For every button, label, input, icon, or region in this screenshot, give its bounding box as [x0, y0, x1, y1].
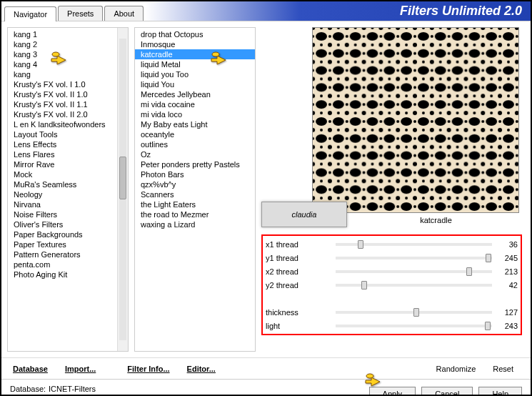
- navigator-item[interactable]: Noise Filters: [8, 209, 128, 219]
- main-area: kang 1kang 2kang 3kang 4kangKrusty's FX …: [1, 21, 531, 357]
- filter-item[interactable]: outlines: [135, 139, 255, 149]
- filter-item[interactable]: mi vida cocaine: [135, 99, 255, 109]
- parameter-block: x1 thread36y1 thread245x2 thread213y2 th…: [261, 234, 522, 335]
- navigator-item[interactable]: Oliver's Filters: [8, 219, 128, 229]
- navigator-item[interactable]: Neology: [8, 189, 128, 199]
- param-label: y1 thread: [266, 254, 330, 262]
- filter-item[interactable]: drop that Octopus: [135, 29, 255, 39]
- footer-buttons: Apply Cancel Help: [369, 387, 522, 397]
- param-slider[interactable]: [336, 243, 492, 246]
- filter-item[interactable]: qzx%vb^y: [135, 179, 255, 189]
- navigator-item[interactable]: Paper Backgrounds: [8, 229, 128, 239]
- tab-about[interactable]: About: [104, 6, 144, 21]
- param-row: x2 thread213: [266, 264, 518, 278]
- param-row: x1 thread36: [266, 237, 518, 251]
- filter-item[interactable]: oceantyle: [135, 129, 255, 139]
- param-value: 36: [498, 240, 518, 249]
- app-title: Filters Unlimited 2.0: [400, 4, 522, 19]
- footer-info: Database:ICNET-Filters Filters:4553: [10, 384, 96, 397]
- navigator-item[interactable]: kang: [8, 69, 128, 79]
- tab-presets[interactable]: Presets: [58, 6, 103, 21]
- param-slider[interactable]: [336, 311, 492, 314]
- param-label: x2 thread: [266, 267, 330, 276]
- navigator-item[interactable]: kang 1: [8, 29, 128, 39]
- param-value: 127: [498, 308, 518, 317]
- navigator-item[interactable]: Krusty's FX vol. II 1.0: [8, 89, 128, 99]
- filter-preview: [312, 27, 519, 213]
- param-value: 245: [498, 254, 518, 262]
- header-bar: NavigatorPresetsAbout Filters Unlimited …: [1, 1, 531, 21]
- scrollbar[interactable]: [117, 28, 128, 351]
- filter-item[interactable]: Scanners: [135, 189, 255, 199]
- navigator-item[interactable]: Lens Effects: [8, 139, 128, 149]
- navigator-item[interactable]: Mirror Rave: [8, 159, 128, 169]
- param-slider[interactable]: [336, 325, 492, 327]
- filter-item[interactable]: waxing a Lizard: [135, 219, 255, 229]
- filter-item[interactable]: Mercedes Jellybean: [135, 89, 255, 99]
- watermark-badge: claudia: [261, 202, 347, 227]
- navigator-item[interactable]: Krusty's FX vol. II 1.1: [8, 99, 128, 109]
- navigator-item[interactable]: kang 4: [8, 59, 128, 69]
- navigator-item[interactable]: Layout Tools: [8, 129, 128, 139]
- import-link[interactable]: Import...: [65, 365, 96, 373]
- navigator-item[interactable]: Nirvana: [8, 199, 128, 209]
- title-band: Filters Unlimited 2.0: [145, 1, 531, 21]
- tab-navigator[interactable]: Navigator: [4, 6, 56, 21]
- navigator-item[interactable]: L en K landksiteofwonders: [8, 119, 128, 129]
- param-slider[interactable]: [336, 284, 492, 287]
- filter-list[interactable]: drop that OctopusInmosquekatcradleliquid…: [134, 27, 256, 352]
- param-label: y2 thread: [266, 281, 330, 289]
- editor-link[interactable]: Editor...: [187, 365, 216, 373]
- filter-item[interactable]: katcradle: [135, 49, 255, 59]
- navigator-item[interactable]: Krusty's FX vol. II 2.0: [8, 109, 128, 119]
- footer: Database:ICNET-Filters Filters:4553 Appl…: [1, 379, 531, 396]
- filter-item[interactable]: liquid Metal: [135, 59, 255, 69]
- randomize-link[interactable]: Randomize: [436, 365, 476, 373]
- param-value: 42: [498, 281, 518, 289]
- bottom-link-bar: Database Import... Filter Info... Editor…: [1, 357, 531, 379]
- param-row: y2 thread42: [266, 278, 518, 292]
- filter-item[interactable]: the road to Mezmer: [135, 209, 255, 219]
- filter-item[interactable]: Oz: [135, 149, 255, 159]
- param-value: 243: [498, 322, 518, 330]
- navigator-item[interactable]: kang 3: [8, 49, 128, 59]
- param-value: 213: [498, 267, 518, 276]
- param-label: thickness: [266, 308, 330, 317]
- filter-item[interactable]: mi vida loco: [135, 109, 255, 119]
- navigator-item[interactable]: Lens Flares: [8, 149, 128, 159]
- navigator-item[interactable]: MuRa's Seamless: [8, 179, 128, 189]
- svg-rect-10: [313, 28, 518, 212]
- filter-info-link[interactable]: Filter Info...: [127, 365, 169, 373]
- database-link[interactable]: Database: [13, 365, 48, 373]
- param-row: light243: [266, 319, 518, 332]
- current-filter-label: katcradle: [347, 214, 525, 226]
- filter-item[interactable]: liquid you Too: [135, 69, 255, 79]
- reset-link[interactable]: Reset: [493, 365, 513, 373]
- navigator-item[interactable]: Mock: [8, 169, 128, 179]
- right-column: claudia katcradle x1 thread36y1 thread24…: [261, 27, 525, 352]
- filter-item[interactable]: Peter ponders pretty Pastels: [135, 159, 255, 169]
- navigator-item[interactable]: Paper Textures: [8, 239, 128, 249]
- param-slider[interactable]: [336, 270, 492, 273]
- filter-item[interactable]: the Light Eaters: [135, 199, 255, 209]
- navigator-item[interactable]: kang 2: [8, 39, 128, 49]
- param-row: thickness127: [266, 305, 518, 319]
- navigator-list[interactable]: kang 1kang 2kang 3kang 4kangKrusty's FX …: [7, 27, 129, 352]
- filter-item[interactable]: liquid You: [135, 79, 255, 89]
- navigator-item[interactable]: Krusty's FX vol. I 1.0: [8, 79, 128, 89]
- navigator-item[interactable]: Photo Aging Kit: [8, 269, 128, 279]
- navigator-item[interactable]: Pattern Generators: [8, 249, 128, 259]
- param-label: x1 thread: [266, 240, 330, 249]
- tab-strip: NavigatorPresetsAbout: [1, 1, 145, 21]
- filter-item[interactable]: Inmosque: [135, 39, 255, 49]
- param-row: y1 thread245: [266, 251, 518, 264]
- filter-item[interactable]: My Baby eats Light: [135, 119, 255, 129]
- param-label: light: [266, 322, 330, 330]
- navigator-item[interactable]: penta.com: [8, 259, 128, 269]
- cancel-button[interactable]: Cancel: [421, 387, 473, 397]
- filter-item[interactable]: Photon Bars: [135, 169, 255, 179]
- help-button[interactable]: Help: [478, 387, 522, 397]
- preview-pattern: [313, 28, 518, 212]
- param-slider[interactable]: [336, 257, 492, 259]
- apply-button[interactable]: Apply: [369, 387, 416, 397]
